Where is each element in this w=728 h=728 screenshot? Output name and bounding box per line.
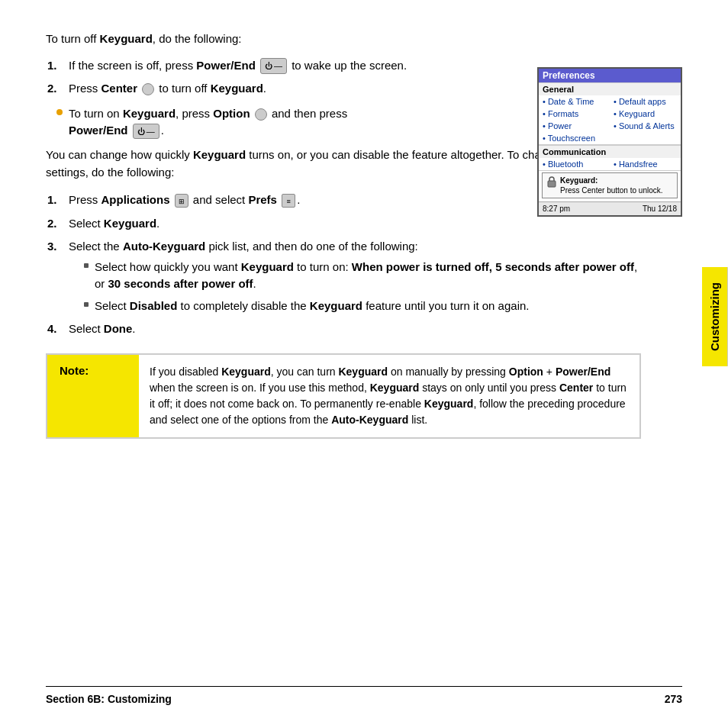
sub-bullet-dot-1 [84,263,89,268]
sub-bullets: Select how quickly you want Keyguard to … [84,259,641,315]
prefs-icon: ≡ [282,194,295,208]
right-tab: Customizing [702,267,728,366]
applications-icon: ⊞ [175,194,188,208]
keyguard-overlay: Keyguard:Press Center button to unlock. [542,172,678,198]
center-button-icon [142,83,154,95]
prefs-item-touchscreen: • Touchscreen [539,132,610,144]
prefs-item-defaultapps: • Default apps [610,95,681,108]
prefs-title-bar: Preferences [539,69,681,82]
prefs-comm-header: Communication [539,145,681,158]
option-button-icon [255,108,267,121]
prefs-item-soundalerts: • Sound & Alerts [610,120,681,132]
note-content: If you disabled Keyguard, you can turn K… [139,355,639,437]
lock-icon [546,176,557,188]
prefs-general-header: General [539,82,681,95]
note-label: Note: [47,355,139,437]
sub-bullet-1: Select how quickly you want Keyguard to … [84,259,641,293]
prefs-screenshot: Preferences General • Date & Time • Defa… [537,67,682,217]
prefs-item-handsfree: • Handsfree [610,158,681,170]
page-footer: Section 6B: Customizing 273 [46,686,682,705]
svg-rect-0 [548,181,556,187]
note-box: Note: If you disabled Keyguard, you can … [46,353,641,439]
prefs-comm-grid: • Bluetooth • Handsfree [539,158,681,171]
footer-page-number: 273 [665,693,682,705]
step-2-3: 3. Select the Auto-Keyguard pick list, a… [69,238,641,314]
sub-bullet-dot-2 [84,302,89,307]
power-end-icon: — [260,58,287,74]
prefs-time: 8:27 pm [543,205,570,213]
power-end-icon-2: — [133,124,159,140]
prefs-item-empty [610,132,681,144]
prefs-item-power: • Power [539,120,610,132]
prefs-item-formats: • Formats [539,108,610,120]
footer-section: Section 6B: Customizing [46,693,172,705]
step-2-2: 2. Select Keyguard. [69,215,641,233]
prefs-item-datetime: • Date & Time [539,95,610,108]
bullet-dot [56,109,63,115]
step-2-4: 4. Select Done. [69,321,641,338]
sub-bullet-2: Select Disabled to completely disable th… [84,298,641,315]
prefs-date: Thu 12/18 [643,205,677,213]
prefs-item-keyguard: • Keyguard [610,108,681,120]
intro-text: To turn off Keyguard, do the following: [46,31,641,48]
prefs-item-bluetooth: • Bluetooth [539,158,610,170]
keyguard-notice-text: Keyguard:Press Center button to unlock. [560,176,663,195]
prefs-general-grid: • Date & Time • Default apps • Formats •… [539,95,681,145]
prefs-footer: 8:27 pm Thu 12/18 [539,201,681,215]
